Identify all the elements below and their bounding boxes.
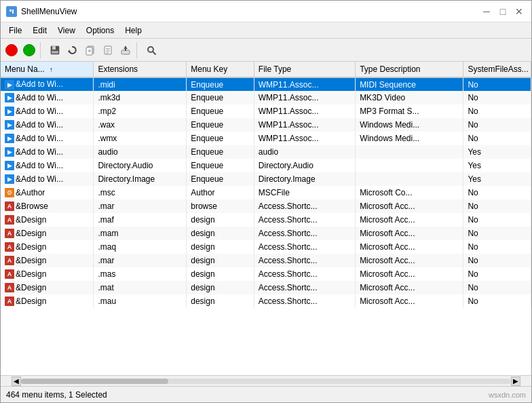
toolbar-save[interactable] bbox=[47, 42, 63, 58]
menu-edit[interactable]: Edit bbox=[27, 24, 52, 37]
toolbar-copy1[interactable] bbox=[82, 42, 98, 58]
minimize-button[interactable]: ─ bbox=[480, 5, 493, 18]
table-row[interactable]: ▶&Add to Wi...Directory.ImageEnqueueDire… bbox=[1, 172, 531, 186]
cell-type-desc: Microsoft Acc... bbox=[360, 269, 415, 279]
table-row[interactable]: A&Design.maqdesignAccess.Shortc...Micros… bbox=[1, 240, 531, 254]
row-icon: A bbox=[5, 215, 14, 225]
svg-rect-1 bbox=[10, 9, 12, 12]
toolbar-red-circle[interactable] bbox=[3, 42, 20, 58]
toolbar-copy2[interactable] bbox=[100, 42, 116, 58]
cell-type-desc: Windows Medi... bbox=[360, 134, 419, 143]
toolbar-refresh[interactable] bbox=[64, 42, 81, 58]
cell-menu-name: &Add to Wi... bbox=[16, 79, 63, 89]
red-circle-icon bbox=[5, 44, 18, 56]
cell-menu-key: Enqueue bbox=[191, 93, 223, 102]
row-icon: A bbox=[5, 202, 14, 211]
cell-sys-file: No bbox=[468, 269, 478, 279]
table-row[interactable]: ▶&Add to Wi....waxEnqueueWMP11.Assoc...W… bbox=[1, 118, 531, 132]
cell-extensions: .midi bbox=[98, 80, 115, 90]
cell-file-type: WMP11.Assoc... bbox=[259, 107, 319, 116]
cell-menu-name: &Add to Wi... bbox=[16, 120, 63, 130]
cell-type-desc: Windows Medi... bbox=[360, 120, 419, 130]
table-row[interactable]: A&Design.mardesignAccess.Shortc...Micros… bbox=[1, 254, 531, 267]
scrollbar-track[interactable] bbox=[21, 379, 511, 384]
svg-rect-4 bbox=[52, 46, 56, 50]
window-title: ShellMenuView bbox=[21, 7, 77, 16]
row-icon: ▶ bbox=[5, 147, 14, 157]
cell-sys-file: No bbox=[468, 202, 478, 211]
cell-type-desc: Microsoft Acc... bbox=[360, 296, 415, 306]
cell-menu-key: design bbox=[191, 283, 214, 292]
svg-rect-2 bbox=[12, 9, 14, 14]
table-row[interactable]: A&Browse.marbrowseAccess.Shortc...Micros… bbox=[1, 199, 531, 213]
table-row[interactable]: A&Design.masdesignAccess.Shortc...Micros… bbox=[1, 267, 531, 281]
find-icon bbox=[146, 45, 157, 56]
col-header-type-desc[interactable]: Type Description bbox=[356, 62, 463, 77]
menu-view[interactable]: View bbox=[52, 24, 81, 37]
toolbar-export[interactable] bbox=[117, 42, 134, 58]
table-wrapper[interactable]: Menu Na... ↑ Extensions Menu Key File Ty… bbox=[1, 62, 531, 375]
cell-sys-file: No bbox=[468, 229, 478, 238]
col-header-menu-key[interactable]: Menu Key bbox=[187, 62, 254, 77]
cell-sys-file: No bbox=[468, 134, 478, 143]
table-row[interactable]: A&Design.maudesignAccess.Shortc...Micros… bbox=[1, 294, 531, 308]
row-icon: ▶ bbox=[5, 80, 14, 90]
menu-options[interactable]: Options bbox=[81, 24, 119, 37]
toolbar bbox=[1, 39, 531, 62]
cell-type-desc: Microsoft Acc... bbox=[360, 202, 415, 211]
cell-menu-key: Enqueue bbox=[191, 174, 223, 184]
col-header-menu-name[interactable]: Menu Na... ↑ bbox=[1, 62, 94, 77]
cell-sys-file: No bbox=[468, 296, 478, 306]
cell-file-type: Access.Shortc... bbox=[259, 269, 318, 279]
toolbar-find[interactable] bbox=[143, 42, 159, 58]
scrollbar-thumb[interactable] bbox=[21, 379, 168, 384]
row-icon: A bbox=[5, 229, 14, 238]
menu-file[interactable]: File bbox=[3, 24, 27, 37]
maximize-button[interactable]: □ bbox=[496, 5, 510, 18]
row-icon: ▶ bbox=[5, 120, 14, 130]
cell-sys-file: No bbox=[468, 188, 478, 197]
table-row[interactable]: A&Design.matdesignAccess.Shortc...Micros… bbox=[1, 281, 531, 294]
cell-file-type: WMP11.Assoc... bbox=[259, 93, 319, 102]
table-body: ▶&Add to Wi....midiEnqueueWMP11.Assoc...… bbox=[1, 77, 531, 308]
col-header-extensions[interactable]: Extensions bbox=[94, 62, 187, 77]
horizontal-scrollbar[interactable]: ◀ ▶ bbox=[1, 375, 531, 386]
cell-type-desc: Microsoft Co... bbox=[360, 188, 412, 197]
cell-extensions: .mk3d bbox=[98, 93, 120, 102]
scroll-left-button[interactable]: ◀ bbox=[12, 377, 21, 386]
cell-extensions: .mas bbox=[98, 269, 115, 279]
row-icon: A bbox=[5, 242, 14, 252]
cell-menu-key: design bbox=[191, 242, 214, 252]
table-row[interactable]: ▶&Add to Wi....mp2EnqueueWMP11.Assoc...M… bbox=[1, 104, 531, 118]
col-header-sys-file[interactable]: SystemFileAss... bbox=[463, 62, 531, 77]
cell-menu-key: Enqueue bbox=[191, 161, 223, 170]
cell-extensions: .maf bbox=[98, 215, 113, 225]
cell-sys-file: No bbox=[468, 256, 478, 265]
cell-extensions: .mar bbox=[98, 256, 114, 265]
table-row[interactable]: ▶&Add to Wi....mk3dEnqueueWMP11.Assoc...… bbox=[1, 91, 531, 104]
cell-menu-name: &Add to Wi... bbox=[16, 174, 63, 184]
table-row[interactable]: A&Design.mamdesignAccess.Shortc...Micros… bbox=[1, 227, 531, 240]
title-bar: ShellMenuView ─ □ ✕ bbox=[1, 1, 531, 22]
toolbar-green-circle[interactable] bbox=[21, 42, 37, 58]
cell-menu-name: &Browse bbox=[16, 202, 48, 211]
scroll-right-button[interactable]: ▶ bbox=[511, 377, 520, 386]
svg-line-19 bbox=[153, 52, 155, 54]
table-row[interactable]: A&Design.mafdesignAccess.Shortc...Micros… bbox=[1, 213, 531, 227]
cell-menu-key: Enqueue bbox=[191, 120, 223, 130]
cell-menu-name: &Design bbox=[16, 256, 46, 265]
status-bar: 464 menu items, 1 Selected wsxdn.com bbox=[1, 386, 531, 402]
table-row[interactable]: ▶&Add to Wi...audioEnqueueaudioYes bbox=[1, 145, 531, 159]
app-icon bbox=[6, 6, 17, 17]
table-row[interactable]: ▶&Add to Wi....wmxEnqueueWMP11.Assoc...W… bbox=[1, 132, 531, 145]
col-header-file-type[interactable]: File Type bbox=[254, 62, 355, 77]
close-button[interactable]: ✕ bbox=[512, 5, 526, 18]
menu-help[interactable]: Help bbox=[119, 24, 147, 37]
row-icon: ▶ bbox=[5, 174, 14, 184]
row-icon: A bbox=[5, 269, 14, 279]
cell-file-type: Access.Shortc... bbox=[259, 256, 318, 265]
table-row[interactable]: ▶&Add to Wi...Directory.AudioEnqueueDire… bbox=[1, 159, 531, 172]
cell-menu-name: &Design bbox=[16, 242, 46, 252]
table-row[interactable]: ⚙&Author.mscAuthorMSCFileMicrosoft Co...… bbox=[1, 186, 531, 199]
table-row[interactable]: ▶&Add to Wi....midiEnqueueWMP11.Assoc...… bbox=[1, 77, 531, 91]
